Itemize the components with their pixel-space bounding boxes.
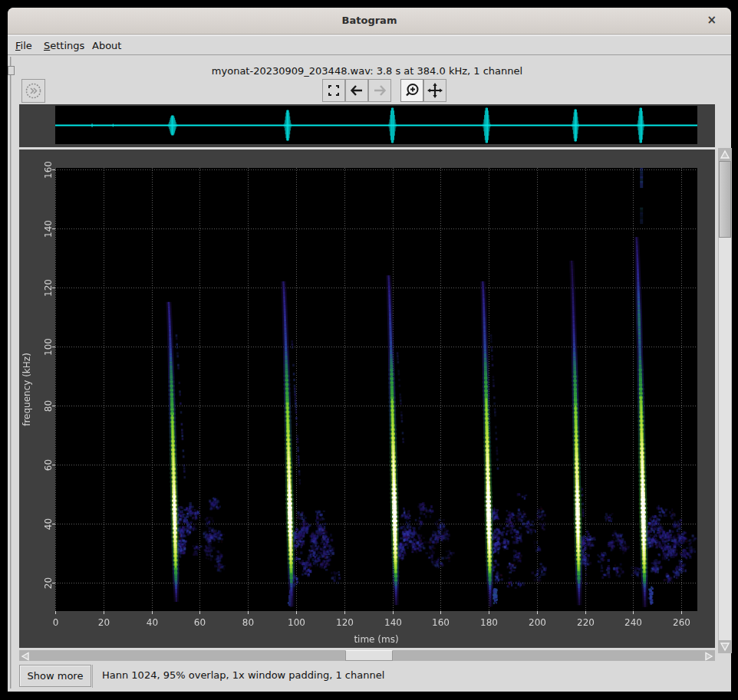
waveform-panel[interactable] bbox=[19, 104, 715, 147]
pane-sash[interactable] bbox=[10, 57, 12, 688]
waveform-canvas[interactable] bbox=[19, 104, 715, 147]
app-window: Batogram × File Settings About myonat-20… bbox=[8, 8, 731, 692]
window-title: Batogram bbox=[8, 15, 731, 26]
scroll-right-arrow[interactable] bbox=[702, 650, 715, 661]
close-icon[interactable]: × bbox=[707, 13, 717, 27]
horizontal-scrollbar[interactable] bbox=[19, 650, 715, 661]
scroll-left-arrow[interactable] bbox=[19, 650, 32, 661]
file-info-title: myonat-20230909_203448.wav: 3.8 s at 384… bbox=[19, 65, 715, 77]
menu-settings[interactable]: Settings bbox=[44, 40, 84, 51]
circled-chevrons-icon bbox=[22, 80, 44, 102]
pane-sash-grip[interactable] bbox=[8, 66, 15, 75]
status-separator bbox=[92, 665, 93, 688]
pan-mode-button[interactable] bbox=[423, 79, 446, 102]
reset-view-button[interactable] bbox=[322, 79, 345, 102]
vertical-scrollbar[interactable] bbox=[718, 148, 732, 653]
arrow-left-icon bbox=[346, 80, 367, 101]
expand-side-panel-button[interactable] bbox=[21, 79, 45, 103]
move-arrows-icon bbox=[424, 80, 446, 101]
fullscreen-brackets-icon bbox=[323, 80, 344, 101]
arrow-right-icon bbox=[369, 80, 390, 101]
show-more-button[interactable]: Show more bbox=[19, 665, 91, 687]
scroll-up-arrow[interactable] bbox=[718, 148, 732, 161]
menu-file[interactable]: File bbox=[15, 40, 32, 51]
scroll-down-arrow[interactable] bbox=[718, 640, 732, 653]
titlebar[interactable]: Batogram × bbox=[8, 8, 731, 35]
history-forward-button[interactable] bbox=[368, 79, 391, 102]
zoom-mode-button[interactable] bbox=[400, 79, 423, 102]
menubar: File Settings About bbox=[8, 35, 731, 55]
spectrogram-panel[interactable] bbox=[19, 150, 715, 648]
vertical-scrollbar-trough[interactable] bbox=[719, 238, 731, 640]
spectrogram-canvas[interactable] bbox=[19, 150, 715, 648]
vertical-scrollbar-thumb[interactable] bbox=[719, 161, 731, 238]
history-back-button[interactable] bbox=[345, 79, 368, 102]
horizontal-scrollbar-thumb[interactable] bbox=[345, 650, 393, 661]
magnifier-plus-icon bbox=[401, 80, 423, 101]
menu-about[interactable]: About bbox=[92, 40, 121, 51]
settings-summary: Hann 1024, 95% overlap, 1x window paddin… bbox=[102, 669, 384, 681]
